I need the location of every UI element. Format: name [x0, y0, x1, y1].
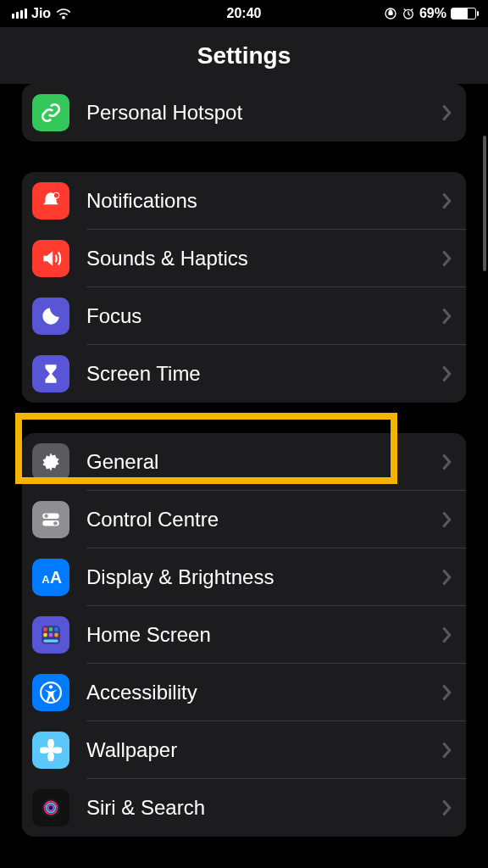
chevron-right-icon: [441, 741, 452, 760]
grid-icon: [32, 616, 69, 654]
page-header: Settings: [0, 27, 488, 84]
settings-row-general[interactable]: General: [22, 433, 466, 491]
svg-point-21: [49, 685, 53, 688]
hourglass-icon: [32, 355, 69, 392]
flower-icon: [32, 732, 69, 769]
chevron-right-icon: [441, 192, 452, 210]
row-label: Sounds & Haptics: [86, 247, 441, 270]
chevron-right-icon: [441, 307, 452, 326]
scroll-indicator: [483, 136, 486, 271]
row-label: General: [86, 450, 441, 474]
settings-group-general: GeneralControl CentreAADisplay & Brightn…: [22, 433, 466, 837]
orientation-lock-icon: [384, 7, 397, 20]
svg-text:A: A: [50, 568, 62, 587]
settings-row-accessibility[interactable]: Accessibility: [22, 664, 466, 721]
battery-pct: 69%: [419, 6, 446, 21]
status-left: Jio: [12, 6, 72, 21]
settings-group-notifications: NotificationsSounds & HapticsFocusScreen…: [22, 172, 466, 403]
row-label: Wallpaper: [86, 738, 441, 762]
chevron-right-icon: [441, 364, 452, 383]
carrier-label: Jio: [31, 6, 51, 21]
chevron-right-icon: [441, 510, 452, 529]
row-label: Focus: [86, 304, 441, 328]
status-right: 69%: [384, 6, 476, 21]
battery-icon: [451, 8, 476, 19]
row-label: Accessibility: [86, 681, 441, 704]
settings-row-sounds-haptics[interactable]: Sounds & Haptics: [22, 230, 466, 287]
accessibility-icon: [32, 674, 69, 711]
settings-row-wallpaper[interactable]: Wallpaper: [22, 721, 466, 779]
svg-point-25: [41, 748, 48, 752]
alarm-icon: [402, 7, 415, 20]
chevron-right-icon: [441, 568, 452, 587]
text-size-icon: AA: [32, 559, 69, 596]
chevron-right-icon: [441, 249, 452, 268]
svg-rect-16: [43, 633, 47, 637]
settings-row-notifications[interactable]: Notifications: [22, 172, 466, 230]
clock: 20:40: [227, 6, 262, 21]
settings-row-home-screen[interactable]: Home Screen: [22, 606, 466, 664]
chevron-right-icon: [441, 798, 452, 817]
settings-row-personal-hotspot[interactable]: Personal Hotspot: [22, 84, 466, 142]
wifi-icon: [55, 8, 72, 19]
chevron-right-icon: [441, 683, 452, 702]
row-label: Control Centre: [86, 508, 441, 531]
settings-content: Personal Hotspot NotificationsSounds & H…: [0, 84, 488, 837]
siri-icon: [32, 789, 69, 826]
svg-point-23: [49, 740, 53, 748]
page-title: Settings: [197, 42, 291, 70]
row-label: Screen Time: [86, 362, 441, 386]
battery-fill: [452, 8, 468, 19]
settings-row-screen-time[interactable]: Screen Time: [22, 345, 466, 403]
svg-text:A: A: [42, 573, 50, 586]
settings-group-connectivity: Personal Hotspot: [22, 84, 466, 142]
chevron-right-icon: [441, 103, 452, 122]
svg-rect-2: [389, 12, 392, 14]
row-label: Personal Hotspot: [86, 101, 441, 125]
status-bar: Jio 20:40 69%: [0, 0, 488, 27]
settings-row-focus[interactable]: Focus: [22, 287, 466, 345]
chevron-right-icon: [441, 626, 452, 644]
svg-rect-17: [49, 633, 53, 637]
svg-point-7: [44, 515, 47, 518]
svg-rect-15: [54, 627, 58, 631]
svg-point-9: [53, 521, 57, 525]
svg-point-24: [49, 753, 53, 760]
svg-point-26: [53, 748, 61, 752]
toggles-icon: [32, 501, 69, 538]
row-label: Display & Brightness: [86, 565, 441, 589]
gear-icon: [32, 443, 69, 481]
link-icon: [32, 94, 69, 131]
settings-row-control-centre[interactable]: Control Centre: [22, 491, 466, 548]
settings-row-display-brightness[interactable]: AADisplay & Brightness: [22, 548, 466, 606]
signal-icon: [12, 8, 27, 19]
row-label: Notifications: [86, 189, 441, 213]
speaker-icon: [32, 240, 69, 277]
row-label: Siri & Search: [86, 796, 441, 820]
svg-point-4: [53, 192, 59, 198]
settings-row-siri-search[interactable]: Siri & Search: [22, 779, 466, 837]
svg-point-0: [63, 17, 64, 19]
row-label: Home Screen: [86, 623, 441, 647]
svg-rect-13: [43, 627, 47, 631]
svg-rect-18: [54, 633, 58, 637]
svg-rect-19: [43, 639, 58, 642]
bell-icon: [32, 182, 69, 220]
moon-icon: [32, 298, 69, 335]
svg-rect-14: [49, 627, 53, 631]
chevron-right-icon: [441, 453, 452, 471]
